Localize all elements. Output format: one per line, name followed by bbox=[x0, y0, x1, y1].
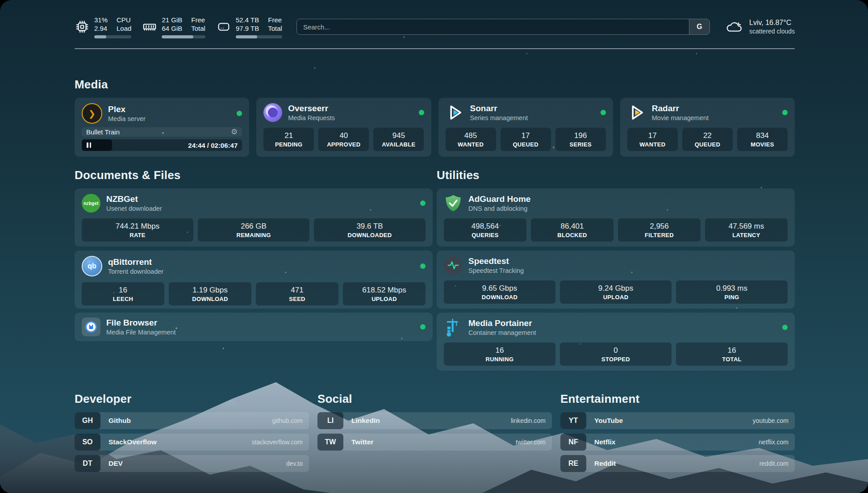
bookmark-name: YouTube bbox=[594, 417, 623, 425]
stat-tile: 17WANTED bbox=[627, 128, 678, 151]
plex-icon bbox=[82, 103, 102, 124]
stat-tile: 16RUNNING bbox=[444, 343, 555, 366]
service-name: File Browser bbox=[106, 318, 176, 328]
service-name: Radarr bbox=[652, 104, 709, 114]
stat-tile: 471SEED bbox=[256, 282, 338, 305]
bookmark-name: Github bbox=[108, 417, 131, 425]
service-card-overseerr[interactable]: Overseerr Media Requests 21PENDING 40APP… bbox=[256, 98, 431, 157]
radarr-icon bbox=[627, 103, 646, 122]
now-playing-row: Bullet Train ⚙ bbox=[82, 127, 242, 137]
service-card-filebrowser[interactable]: File Browser Media File Management bbox=[75, 313, 433, 341]
bookmark-abbr: NF bbox=[560, 434, 586, 451]
disk-free-label: Free bbox=[268, 16, 282, 25]
bookmark-youtube[interactable]: YT YouTube youtube.com bbox=[560, 412, 795, 429]
cpu-widget: 31% 2.94 CPU Load bbox=[75, 16, 131, 38]
service-card-speedtest[interactable]: Speedtest Speedtest Tracking 9.65 GbpsDO… bbox=[437, 251, 795, 309]
portainer-icon bbox=[444, 318, 463, 337]
bookmark-abbr: LI bbox=[317, 412, 343, 429]
disk-total-label: Total bbox=[268, 24, 282, 33]
service-card-qbittorrent[interactable]: qb qBittorrent Torrent downloader 16LEEC… bbox=[75, 251, 433, 309]
bookmark-abbr: GH bbox=[75, 412, 100, 429]
stat-tile: 9.65 GbpsDOWNLOAD bbox=[444, 280, 555, 304]
bookmark-abbr: RE bbox=[560, 455, 586, 472]
section-developer: Developer GH Github github.com SO StackO… bbox=[75, 392, 309, 472]
section-social: Social LI LinkedIn linkedin.com TW Twitt… bbox=[317, 392, 552, 472]
section-title-documents: Documents & Files bbox=[75, 168, 433, 182]
bookmark-url: reddit.com bbox=[760, 460, 789, 467]
bookmark-twitter[interactable]: TW Twitter twitter.com bbox=[317, 434, 552, 451]
section-media: Media Plex Media server Bullet Train ⚙ bbox=[75, 78, 795, 157]
section-title-media: Media bbox=[75, 78, 795, 92]
disk-free-value: 52.4 TB bbox=[236, 16, 259, 25]
bookmark-stackoverflow[interactable]: SO StackOverflow stackoverflow.com bbox=[75, 434, 309, 451]
stat-tile: 47.569 msLATENCY bbox=[705, 218, 788, 242]
service-name: Plex bbox=[108, 104, 146, 115]
dashboard-page: 31% 2.94 CPU Load bbox=[0, 0, 868, 493]
disk-widget: 52.4 TB 97.9 TB Free Total bbox=[216, 16, 282, 38]
bookmark-linkedin[interactable]: LI LinkedIn linkedin.com bbox=[317, 412, 552, 429]
bookmark-url: stackoverflow.com bbox=[252, 439, 303, 446]
bookmark-url: linkedin.com bbox=[511, 417, 546, 424]
service-card-nzbget[interactable]: nzbget NZBGet Usenet downloader 744.21 M… bbox=[75, 188, 433, 246]
status-dot bbox=[420, 324, 426, 330]
memory-progress-bar bbox=[162, 35, 205, 38]
cpu-usage-label: CPU bbox=[117, 16, 131, 25]
section-documents: Documents & Files nzbget NZBGet Usenet d… bbox=[75, 168, 433, 341]
resource-monitors: 31% 2.94 CPU Load bbox=[75, 16, 282, 38]
bookmark-dev[interactable]: DT DEV dev.to bbox=[75, 455, 309, 472]
disk-progress-bar bbox=[236, 35, 282, 38]
memory-total-value: 64 GiB bbox=[162, 24, 182, 33]
overseerr-icon bbox=[263, 103, 282, 122]
service-subtitle: Media Requests bbox=[288, 114, 335, 121]
service-subtitle: DNS and adblocking bbox=[468, 205, 530, 212]
qbittorrent-icon: qb bbox=[82, 256, 102, 276]
service-subtitle: Speedtest Tracking bbox=[468, 267, 524, 274]
search-engine-button[interactable]: G bbox=[689, 19, 709, 34]
search-input[interactable] bbox=[297, 19, 689, 34]
bookmark-url: youtube.com bbox=[753, 417, 789, 424]
topbar-divider bbox=[75, 48, 795, 49]
sonarr-icon bbox=[446, 103, 464, 122]
memory-free-label: Free bbox=[191, 16, 205, 25]
stat-tile: 39.6 TBDOWNLOADED bbox=[314, 218, 426, 242]
bookmark-github[interactable]: GH Github github.com bbox=[75, 412, 309, 429]
service-subtitle: Series management bbox=[470, 114, 528, 121]
stat-tile: 196SERIES bbox=[555, 128, 606, 151]
cpu-usage-value: 31% bbox=[94, 16, 108, 25]
section-title-social: Social bbox=[317, 392, 552, 406]
bookmark-netflix[interactable]: NF Netflix netflix.com bbox=[560, 434, 795, 451]
stat-tile: 618.52 MbpsUPLOAD bbox=[343, 282, 426, 305]
stat-tile: 2,956FILTERED bbox=[618, 218, 701, 242]
section-utilities: Utilities bbox=[437, 168, 795, 371]
service-subtitle: Media File Management bbox=[106, 329, 176, 336]
bookmark-name: DEV bbox=[108, 460, 123, 468]
filebrowser-icon bbox=[82, 318, 100, 336]
stat-tile: 0STOPPED bbox=[560, 343, 672, 366]
service-subtitle: Media server bbox=[108, 115, 146, 122]
stat-tile: 22QUEUED bbox=[682, 128, 733, 151]
service-card-plex[interactable]: Plex Media server Bullet Train ⚙ 24:44 bbox=[75, 98, 249, 157]
service-subtitle: Usenet downloader bbox=[106, 205, 162, 212]
bookmark-reddit[interactable]: RE Reddit reddit.com bbox=[560, 455, 795, 472]
stat-tile: 0.993 msPING bbox=[676, 280, 788, 304]
status-dot bbox=[237, 111, 242, 116]
service-card-sonarr[interactable]: Sonarr Series management 485WANTED 17QUE… bbox=[438, 98, 613, 157]
ram-icon bbox=[142, 19, 157, 34]
speedtest-icon bbox=[444, 256, 463, 275]
gear-icon[interactable]: ⚙ bbox=[231, 128, 238, 136]
playback-progress-bar: 24:44 / 02:06:47 bbox=[82, 139, 242, 151]
bookmark-url: github.com bbox=[272, 417, 303, 424]
status-dot bbox=[420, 201, 426, 206]
now-playing-title: Bullet Train bbox=[86, 128, 120, 136]
bookmark-abbr: YT bbox=[560, 412, 586, 429]
weather-widget[interactable]: Lviv, 16.87°C scattered clouds bbox=[725, 19, 795, 35]
service-card-portainer[interactable]: Media Portainer Container management 16R… bbox=[437, 313, 795, 371]
stat-tile: 834MOVIES bbox=[737, 128, 788, 151]
stat-tile: 40APPROVED bbox=[318, 128, 369, 151]
service-card-adguard[interactable]: AdGuard Home DNS and adblocking 498,564Q… bbox=[437, 188, 795, 246]
service-card-radarr[interactable]: Radarr Movie management 17WANTED 22QUEUE… bbox=[620, 98, 795, 157]
cpu-progress-bar bbox=[94, 35, 131, 38]
bookmark-url: dev.to bbox=[286, 460, 303, 467]
stat-tile: 21PENDING bbox=[263, 128, 314, 151]
memory-widget: 21 GiB 64 GiB Free Total bbox=[142, 16, 205, 38]
